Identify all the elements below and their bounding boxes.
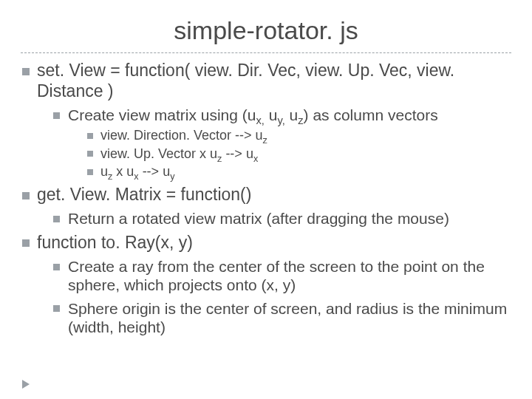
list-item-text: Return a rotated view matrix (after drag…: [68, 210, 449, 227]
slide: simple-rotator. js set. View = function(…: [0, 0, 532, 399]
list-item: Create a ray from the center of the scre…: [52, 257, 511, 294]
list-item: set. View = function( view. Dir. Vec, vi…: [21, 61, 511, 180]
list-item-text: function to. Ray(x, y): [37, 233, 193, 252]
list-item-text: Create view matrix using (ux, uy, uz) as…: [68, 106, 438, 123]
list-item: view. Direction. Vector --> uz: [86, 127, 511, 144]
list-item: get. View. Matrix = function()Return a r…: [21, 185, 511, 228]
list-level-2: Create a ray from the center of the scre…: [52, 257, 511, 336]
list-item-text: Sphere origin is the center of screen, a…: [68, 300, 507, 335]
bullet-list: set. View = function( view. Dir. Vec, vi…: [21, 61, 511, 336]
list-level-3: view. Direction. Vector --> uzview. Up. …: [86, 127, 511, 180]
list-level-2: Create view matrix using (ux, uy, uz) as…: [52, 106, 511, 180]
list-item-text: set. View = function( view. Dir. Vec, vi…: [37, 61, 454, 100]
list-item-text: uz x ux --> uy: [100, 164, 174, 179]
list-item: Create view matrix using (ux, uy, uz) as…: [52, 106, 511, 180]
footer-arrow-icon: [22, 380, 30, 389]
list-item: Sphere origin is the center of screen, a…: [52, 299, 511, 336]
list-item: Return a rotated view matrix (after drag…: [52, 209, 511, 228]
page-title: simple-rotator. js: [21, 16, 511, 45]
list-item: view. Up. Vector x uz --> ux: [86, 146, 511, 163]
list-item-text: get. View. Matrix = function(): [37, 185, 251, 204]
divider: [21, 52, 511, 53]
list-item: uz x ux --> uy: [86, 163, 511, 180]
list-item-text: view. Up. Vector x uz --> ux: [100, 146, 258, 161]
list-item-text: Create a ray from the center of the scre…: [68, 258, 485, 293]
list-item-text: view. Direction. Vector --> uz: [100, 128, 267, 143]
list-item: function to. Ray(x, y)Create a ray from …: [21, 233, 511, 336]
list-level-2: Return a rotated view matrix (after drag…: [52, 209, 511, 228]
